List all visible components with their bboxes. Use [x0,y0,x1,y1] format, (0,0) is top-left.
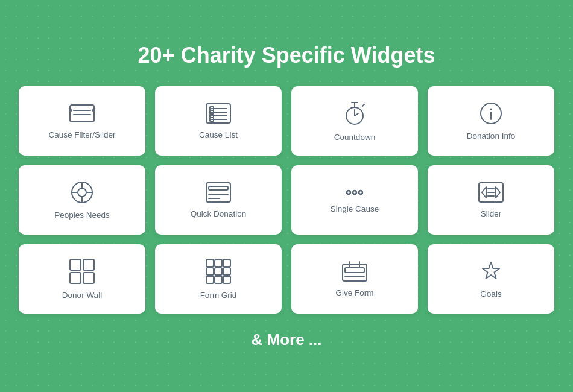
widget-label-peoples-needs: Peoples Needs [54,210,110,220]
svg-rect-45 [83,273,94,283]
widget-card-cause-list[interactable]: Cause List [155,86,282,156]
svg-rect-46 [206,259,214,267]
peoples-needs-icon [70,180,94,204]
widget-card-donation-info[interactable]: Donation Info [428,86,554,156]
svg-rect-47 [215,259,222,267]
svg-marker-60 [483,262,499,279]
widget-card-single-cause[interactable]: Single Cause [291,165,418,235]
svg-line-19 [362,104,364,106]
widget-label-cause-filter-slider: Cause Filter/Slider [48,130,115,139]
svg-rect-56 [345,268,364,273]
widget-label-give-form: Give Form [335,288,373,297]
slider-icon [478,182,504,203]
widget-card-peoples-needs[interactable]: Peoples Needs [19,165,145,235]
svg-rect-51 [223,268,230,275]
svg-rect-49 [206,268,214,275]
widget-card-quick-donation[interactable]: Quick Donation [155,165,282,235]
svg-point-33 [347,191,350,194]
widget-label-single-cause: Single Cause [331,204,379,213]
svg-marker-38 [496,187,500,198]
widget-card-donor-wall[interactable]: Donor Wall [19,244,145,314]
svg-rect-29 [206,183,230,202]
donation-info-icon [479,101,503,125]
goals-icon [479,259,503,283]
svg-rect-0 [70,105,94,122]
svg-rect-48 [223,259,230,267]
svg-rect-44 [70,273,81,283]
cause-list-icon [205,103,232,124]
svg-rect-42 [70,259,81,270]
widget-label-slider: Slider [481,209,502,218]
form-grid-icon [205,258,232,285]
svg-rect-52 [206,276,214,283]
quick-donation-icon [205,182,232,203]
svg-rect-30 [209,186,228,190]
svg-point-35 [359,191,362,194]
svg-rect-53 [215,276,222,283]
donor-wall-icon [69,258,95,285]
page-title: 20+ Charity Specific Widgets [138,43,435,68]
widget-label-donor-wall: Donor Wall [62,291,102,300]
widget-card-slider[interactable]: Slider [428,165,554,235]
filter-slider-icon [69,103,95,124]
svg-marker-37 [482,187,486,198]
svg-point-22 [490,109,492,110]
widget-label-donation-info: Donation Info [467,131,515,141]
widget-card-give-form[interactable]: Give Form [291,244,418,314]
widget-card-cause-filter-slider[interactable]: Cause Filter/Slider [19,86,145,156]
widget-grid: Cause Filter/Slider Cause List Countdown… [19,86,554,314]
widget-card-goals[interactable]: Goals [428,244,554,314]
widget-label-cause-list: Cause List [199,130,238,139]
give-form-icon [341,261,368,282]
widget-card-form-grid[interactable]: Form Grid [155,244,282,314]
more-text: & More ... [251,330,321,349]
single-cause-icon [341,186,368,198]
widget-label-countdown: Countdown [334,133,375,142]
svg-rect-54 [223,276,230,283]
widget-label-quick-donation: Quick Donation [191,209,246,218]
svg-rect-50 [215,268,222,275]
svg-point-34 [353,191,356,194]
widget-label-goals: Goals [480,289,501,299]
svg-rect-43 [83,259,94,270]
widget-label-form-grid: Form Grid [200,291,237,300]
svg-point-24 [78,188,86,197]
countdown-icon [341,100,368,127]
widget-card-countdown[interactable]: Countdown [291,86,418,156]
